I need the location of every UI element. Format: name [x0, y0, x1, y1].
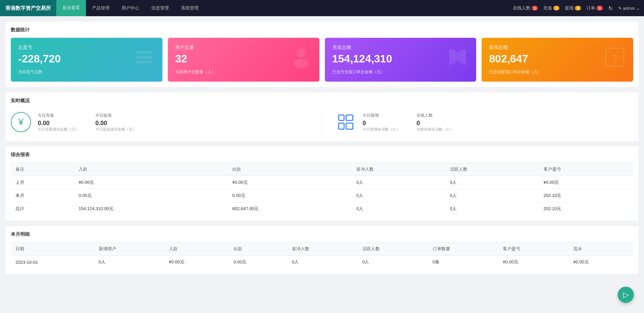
- report-cell-income-2: 154,124,310.00元: [74, 202, 227, 216]
- monthly-cell-outcome-0: 0.00元: [229, 256, 287, 269]
- monthly-col-new: 新增用户: [94, 243, 164, 256]
- online-count-stat[interactable]: 在线人数 1: [513, 5, 538, 11]
- order-stat[interactable]: 订单 1: [586, 5, 603, 11]
- brand[interactable]: 香港数字资产交易所: [0, 0, 56, 16]
- recharge-stat[interactable]: 充值 0: [543, 5, 559, 11]
- online-users-label: 在线人数: [417, 113, 454, 118]
- stats-section: 数据统计 总盈亏 -228,720 当前盈亏总数 用户总: [5, 22, 639, 87]
- monthly-col-income: 入款: [164, 243, 229, 256]
- report-cell-label-2: 总计: [11, 202, 74, 216]
- report-cell-active-1: 0人: [445, 189, 539, 202]
- report-row-total: 总计 154,124,310.00元 802,647.00元 0人 0人 202…: [11, 202, 633, 216]
- nav-item-home[interactable]: 后台首页: [56, 0, 86, 16]
- monthly-col-orders: 订单数量: [428, 243, 498, 256]
- today-recharge-desc: 今日充值成功金额（元）: [38, 127, 79, 132]
- report-row-thismonth: 本月 0.00元 0.00元 0人 0人 202.10元: [11, 189, 633, 202]
- realtime-recharge: 今日充值 0.00 今日充值成功金额（元）: [38, 113, 79, 132]
- report-cell-outcome-0: ¥0.00元: [227, 176, 351, 189]
- question-icon: ?: [603, 46, 626, 74]
- stat-card-profit: 总盈亏 -228,720 当前盈亏总数: [11, 38, 162, 82]
- report-row-lastmonth: 上月 ¥0.00元 ¥0.00元 0人 0人 ¥0.00元: [11, 176, 633, 189]
- report-cell-profit-2: 202.10元: [539, 202, 633, 216]
- order-badge: 1: [596, 6, 603, 10]
- monthly-col-date: 日期: [11, 243, 94, 256]
- monthly-section: 本月明细 日期 新增用户 入款 出款 首冲人数 活跃人数 订单数量 客户盈亏 流…: [5, 226, 639, 274]
- svg-rect-0: [135, 61, 152, 63]
- col-outcome: 出款: [227, 163, 351, 176]
- username: admin: [623, 6, 635, 11]
- report-section: 综合报表 备注 入款 出款 首冲人数 活跃人数 客户盈亏 上月 ¥0.00元 ¥…: [5, 146, 639, 221]
- nav-item-product[interactable]: 产品管理: [86, 0, 116, 16]
- report-cell-profit-0: ¥0.00元: [539, 176, 633, 189]
- report-cell-income-0: ¥0.00元: [74, 176, 227, 189]
- svg-point-3: [297, 49, 305, 57]
- monthly-cell-new-0: 0人: [94, 256, 164, 269]
- today-withdraw-label: 今日提现: [95, 113, 136, 118]
- report-cell-active-0: 0人: [445, 176, 539, 189]
- today-new-label: 今日新增: [363, 113, 400, 118]
- realtime-section: 实时概况 ¥ 今日充值 0.00 今日充值成功金额（元） 今日提现 0.00 今…: [5, 92, 639, 141]
- brand-label: 香港数字资产交易所: [5, 5, 51, 11]
- report-cell-profit-1: 202.10元: [539, 189, 633, 202]
- report-cell-outcome-2: 802,647.00元: [227, 202, 351, 216]
- yen-icon: ¥: [11, 112, 31, 132]
- realtime-right-stats: 今日新增 0 今日新增会员数（人） 在线人数 0 当前在线会员数（人）: [363, 113, 454, 132]
- today-new-value: 0: [363, 120, 400, 127]
- today-recharge-value: 0.00: [38, 120, 79, 127]
- withdraw-stat[interactable]: 提现 0: [565, 5, 581, 11]
- report-cell-income-1: 0.00元: [74, 189, 227, 202]
- svg-rect-2: [135, 51, 152, 54]
- book-icon: [446, 46, 469, 74]
- report-cell-active-2: 0人: [445, 202, 539, 216]
- report-cell-first-0: 0人: [351, 176, 445, 189]
- report-header-row: 备注 入款 出款 首冲人数 活跃人数 客户盈亏: [11, 163, 633, 176]
- monthly-col-active: 活跃人数: [358, 243, 428, 256]
- monthly-cell-active-0: 0人: [358, 256, 428, 269]
- svg-rect-7: [339, 115, 344, 120]
- today-withdraw-value: 0.00: [95, 120, 136, 127]
- today-recharge-label: 今日充值: [38, 113, 79, 118]
- online-badge: 1: [532, 6, 538, 10]
- svg-rect-9: [346, 115, 353, 120]
- realtime-divider: [322, 109, 322, 136]
- today-new-desc: 今日新增会员数（人）: [363, 127, 400, 132]
- nav-item-info[interactable]: 信息管理: [145, 0, 175, 16]
- stat-card-users: 用户总量 32 当前用户总数量（人）: [168, 38, 319, 82]
- layers-icon: [132, 46, 156, 74]
- monthly-cell-turnover-0: ¥0.00元: [569, 256, 633, 269]
- realtime-withdraw: 今日提现 0.00 今日提现成功金额（元）: [95, 113, 136, 132]
- monthly-row-0: 2023-10-01 0人 ¥0.00元 0.00元 0人 0人 0条 ¥0.0…: [11, 256, 633, 269]
- monthly-cell-first-0: 0人: [287, 256, 358, 269]
- nav-item-system[interactable]: 系统管理: [175, 0, 205, 16]
- nav-item-user[interactable]: 用户中心: [116, 0, 145, 16]
- report-cell-label-0: 上月: [11, 176, 74, 189]
- monthly-col-first: 首冲人数: [287, 243, 358, 256]
- report-table: 备注 入款 出款 首冲人数 活跃人数 客户盈亏 上月 ¥0.00元 ¥0.00元…: [11, 163, 633, 215]
- grid-icon: [336, 112, 356, 132]
- realtime-left-stats: 今日充值 0.00 今日充值成功金额（元） 今日提现 0.00 今日提现成功金额…: [38, 113, 136, 132]
- monthly-cell-income-0: ¥0.00元: [164, 256, 229, 269]
- navbar-menu: 后台首页 产品管理 用户中心 信息管理 系统管理: [56, 0, 513, 16]
- monthly-col-profit: 客户盈亏: [498, 243, 569, 256]
- user-menu[interactable]: ✎ admin ⌄: [618, 6, 640, 11]
- realtime-right: 今日新增 0 今日新增会员数（人） 在线人数 0 当前在线会员数（人）: [336, 109, 633, 136]
- stat-card-recharge: 充值总额 154,124,310 已支付充值订单总金额（元）: [325, 38, 477, 82]
- realtime-title: 实时概况: [11, 98, 633, 104]
- main-content: 数据统计 总盈亏 -228,720 当前盈亏总数 用户总: [0, 16, 644, 285]
- svg-text:?: ?: [611, 52, 618, 64]
- user-icon-card: [289, 46, 313, 74]
- order-label: 订单: [586, 5, 595, 11]
- stats-cards: 总盈亏 -228,720 当前盈亏总数 用户总量 32 当前用户总: [11, 38, 633, 82]
- svg-rect-1: [135, 56, 152, 59]
- online-users-value: 0: [417, 120, 454, 127]
- report-title: 综合报表: [11, 152, 633, 158]
- col-profit: 客户盈亏: [539, 163, 633, 176]
- col-first: 首冲人数: [351, 163, 445, 176]
- realtime-grid: ¥ 今日充值 0.00 今日充值成功金额（元） 今日提现 0.00 今日提现成功…: [11, 109, 633, 136]
- col-active: 活跃人数: [445, 163, 539, 176]
- refresh-button[interactable]: ↻: [608, 5, 613, 11]
- recharge-badge: 0: [553, 6, 559, 10]
- navbar-right: 在线人数 1 充值 0 提现 0 订单 1 ↻ ✎ admin ⌄: [513, 5, 644, 11]
- monthly-header-row: 日期 新增用户 入款 出款 首冲人数 活跃人数 订单数量 客户盈亏 流水: [11, 243, 633, 256]
- svg-rect-10: [346, 123, 353, 129]
